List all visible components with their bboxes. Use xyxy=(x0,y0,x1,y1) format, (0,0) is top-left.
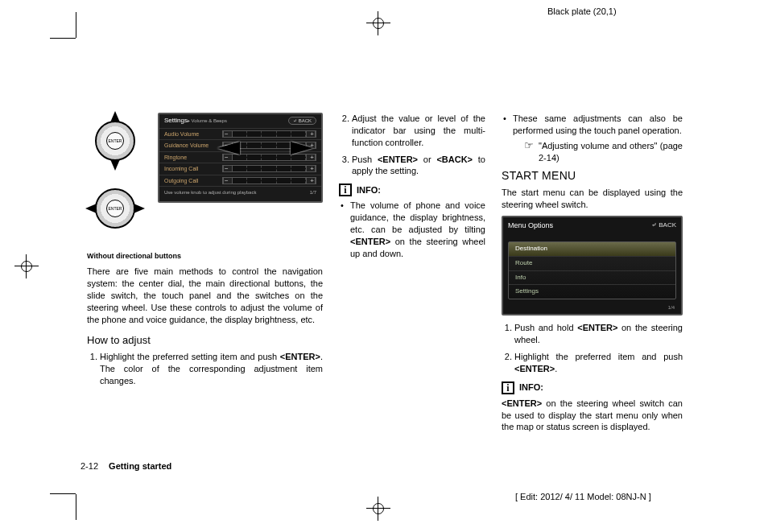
screen-page-indicator: 1/7 xyxy=(310,189,316,196)
menu-screen-title: Menu Options xyxy=(508,221,553,230)
start-menu-heading: START MENU xyxy=(502,168,683,184)
info-heading-2: i INFO: xyxy=(502,381,683,394)
start-menu-paragraph: The start menu can be displayed using th… xyxy=(502,187,683,211)
menu-back-button[interactable]: ⤶ BACK xyxy=(651,221,676,230)
info-bullet-1: The volume of phone and voice guidance, … xyxy=(339,200,485,259)
black-plate-header: Black plate (20,1) xyxy=(547,6,617,16)
menu-item-destination[interactable]: Destination xyxy=(509,242,675,257)
back-button[interactable]: ⤶ BACK xyxy=(288,117,316,125)
how-to-adjust-heading: How to adjust xyxy=(87,333,323,348)
section-name: Getting started xyxy=(109,461,171,471)
start-step-2: Highlight the preferred item and push <E… xyxy=(514,351,683,375)
top-bullet: These same adjustments can also be perfo… xyxy=(502,113,683,163)
howto-step-3: Push <ENTER> or <BACK> to apply the sett… xyxy=(352,154,485,178)
info-paragraph-2: <ENTER> on the steering wheel switch can… xyxy=(502,398,683,434)
reference-icon: ☞ xyxy=(524,140,534,151)
row-incoming-call[interactable]: Incoming Call xyxy=(164,165,219,172)
column-3: These same adjustments can also be perfo… xyxy=(502,113,683,433)
arrow-up-icon xyxy=(110,111,120,122)
intro-paragraph: There are five main methods to control t… xyxy=(87,266,323,325)
page-content: ENTER ENTER Settings▸ Volume & Beeps ⤶ B… xyxy=(87,113,683,433)
reference-text: "Adjusting volume and others" (page 2-14… xyxy=(539,140,683,164)
info-heading-1: i INFO: xyxy=(339,184,485,196)
row-guidance-volume[interactable]: Guidance Volume xyxy=(164,142,219,149)
arrow-right-icon xyxy=(134,204,145,213)
menu-item-info[interactable]: Info xyxy=(509,271,675,286)
arrow-down-icon xyxy=(110,159,120,171)
menu-options-screen: Menu Options ⤶ BACK Destination Route In… xyxy=(502,216,683,315)
row-outgoing-call[interactable]: Outgoing Call xyxy=(164,177,219,184)
figure-row: ENTER ENTER Settings▸ Volume & Beeps ⤶ B… xyxy=(87,113,323,237)
settings-screen: Settings▸ Volume & Beeps ⤶ BACK Audio Vo… xyxy=(158,113,323,203)
page-number: 2-12 xyxy=(81,461,98,471)
row-audio-volume[interactable]: Audio Volume xyxy=(164,130,219,138)
howto-step-2: Adjust the value or level of the indicat… xyxy=(352,113,485,149)
info-icon: i xyxy=(339,184,352,196)
dial-horizontal: ENTER xyxy=(87,180,143,237)
dial-diagrams: ENTER ENTER xyxy=(87,113,143,237)
arrow-left-icon xyxy=(85,204,97,213)
screen-title: Settings▸ Volume & Beeps xyxy=(164,117,227,126)
page-footer: 2-12 Getting started xyxy=(81,461,171,471)
row-ringtone[interactable]: Ringtone xyxy=(164,154,219,161)
screen-footnote: Use volume knob to adjust during playbac… xyxy=(164,189,256,196)
column-2: Adjust the value or level of the indicat… xyxy=(339,113,485,433)
dial-vertical: ENTER xyxy=(87,113,143,169)
info-icon: i xyxy=(502,381,514,394)
menu-item-route[interactable]: Route xyxy=(509,257,675,271)
column-1: ENTER ENTER Settings▸ Volume & Beeps ⤶ B… xyxy=(87,113,323,433)
menu-item-settings[interactable]: Settings xyxy=(509,285,675,299)
menu-page-indicator: 1/4 xyxy=(503,303,681,311)
howto-step-1: Highlight the preferred setting item and… xyxy=(100,351,323,387)
start-step-1: Push and hold <ENTER> on the steering wh… xyxy=(514,322,683,346)
figure-caption: Without directional buttons xyxy=(87,251,323,261)
edit-stamp-footer: [ Edit: 2012/ 4/ 11 Model: 08NJ-N ] xyxy=(515,492,651,501)
